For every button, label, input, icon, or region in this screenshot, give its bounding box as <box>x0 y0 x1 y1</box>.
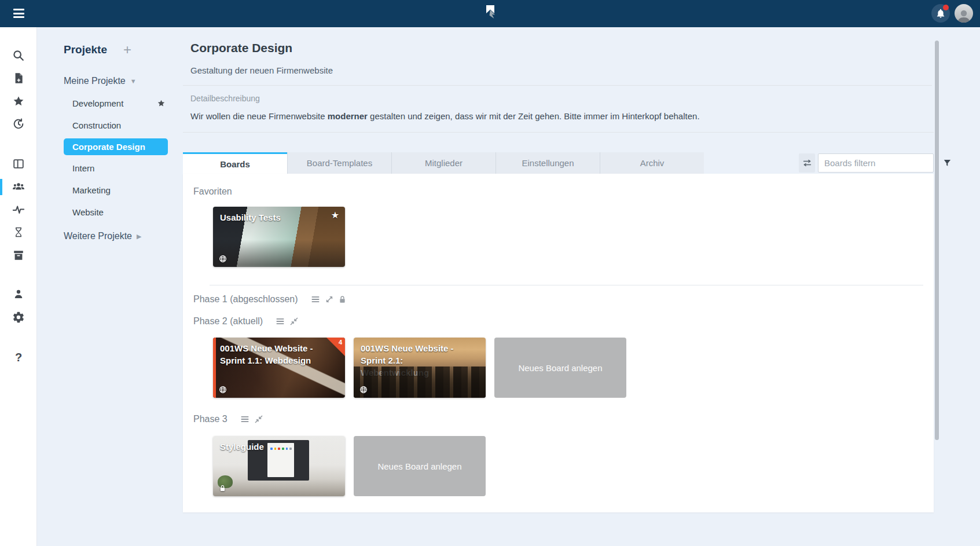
menu-icon[interactable] <box>275 316 285 327</box>
star-icon[interactable] <box>157 99 166 108</box>
board-card-sprint-1-1[interactable]: 001WS Neue Website - Sprint 1.1: Webdesi… <box>213 338 345 398</box>
detail-description-label: Detailbeschreibung <box>190 94 260 103</box>
section-phase-1-label: Phase 1 (abgeschlossen) <box>193 294 298 305</box>
tab-mitglieder[interactable]: Mitglieder <box>391 152 495 174</box>
archive-box-icon[interactable] <box>0 248 37 262</box>
topbar <box>0 0 980 27</box>
tab-boards[interactable]: Boards <box>183 152 287 174</box>
notification-dot <box>943 5 949 10</box>
new-board-button[interactable]: Neues Board anlegen <box>494 338 626 398</box>
favorite-star-icon[interactable]: ★ <box>331 210 339 221</box>
lock-icon <box>219 484 226 492</box>
vertical-scrollbar[interactable] <box>935 41 939 440</box>
active-indicator <box>0 179 2 195</box>
globe-icon <box>219 386 227 394</box>
collapse-icon[interactable] <box>254 415 263 424</box>
sidebar-item-development[interactable]: Development <box>72 98 174 108</box>
board-card-usability-tests[interactable]: Usability Tests ★ <box>213 207 345 267</box>
board-card-styleguide[interactable]: Styleguide <box>213 436 345 496</box>
filter-settings-button[interactable] <box>799 153 815 173</box>
tab-bar: Boards Board-Templates Mitglieder Einste… <box>183 152 704 174</box>
expand-icon[interactable] <box>325 295 334 304</box>
notifications-bell-icon[interactable] <box>931 4 950 23</box>
lock-icon <box>338 295 347 304</box>
boards-icon[interactable] <box>0 157 37 171</box>
user-avatar[interactable] <box>955 4 973 23</box>
notification-badge <box>326 338 345 356</box>
new-board-button[interactable]: Neues Board anlegen <box>354 436 486 496</box>
app-logo-icon <box>484 5 497 23</box>
tab-archiv[interactable]: Archiv <box>600 152 704 174</box>
section-phase-2-label: Phase 2 (aktuell) <box>193 316 263 327</box>
filter-funnel-icon[interactable] <box>943 159 952 167</box>
sidebar-item-marketing[interactable]: Marketing <box>72 185 174 195</box>
tab-einstellungen[interactable]: Einstellungen <box>495 152 600 174</box>
boards-panel: Favoriten Usability Tests ★ Phase 1 (abg… <box>183 174 934 512</box>
divider <box>183 85 932 86</box>
group-more-projects[interactable]: Weitere Projekte ▶ <box>64 231 183 241</box>
section-phase-3-label: Phase 3 <box>193 414 227 424</box>
divider <box>183 132 934 133</box>
team-group-icon[interactable] <box>0 180 37 194</box>
main-content: Corporate Design Gestaltung der neuen Fi… <box>183 27 934 546</box>
page-title: Corporate Design <box>190 41 292 55</box>
group-my-projects[interactable]: Meine Projekte ▼ <box>64 76 183 86</box>
boards-filter-input[interactable] <box>818 158 943 168</box>
menu-icon[interactable] <box>13 9 24 18</box>
activity-icon[interactable] <box>0 203 37 217</box>
new-document-icon[interactable] <box>0 71 37 85</box>
board-card-sprint-2-1[interactable]: 001WS Neue Website - Sprint 2.1: Webentw… <box>354 338 486 398</box>
boards-filter-field <box>818 153 934 173</box>
section-favoriten-label: Favoriten <box>193 186 232 197</box>
profile-person-icon[interactable] <box>0 287 37 301</box>
globe-icon <box>219 255 227 263</box>
group-label: Meine Projekte <box>64 76 126 86</box>
projects-title: Projekte <box>64 43 107 56</box>
menu-icon[interactable] <box>240 414 250 424</box>
menu-icon[interactable] <box>310 294 321 305</box>
icon-rail: ? <box>0 27 37 546</box>
page-subtitle: Gestaltung der neuen Firmenwebsite <box>190 65 333 75</box>
history-icon[interactable] <box>0 117 37 131</box>
section-phase-2: Phase 2 (aktuell) <box>193 316 299 327</box>
add-project-icon[interactable]: + <box>123 44 131 56</box>
sidebar-item-website[interactable]: Website <box>72 207 174 217</box>
sidebar-item-corporate-design[interactable]: Corporate Design <box>64 138 168 155</box>
globe-icon <box>359 386 368 394</box>
search-icon[interactable] <box>0 49 37 63</box>
projects-sidebar: Projekte + Meine Projekte ▼ Development … <box>37 27 183 546</box>
divider <box>210 285 923 285</box>
section-phase-3: Phase 3 <box>193 414 263 424</box>
settings-gear-icon[interactable] <box>0 310 37 324</box>
tab-board-templates[interactable]: Board-Templates <box>287 152 391 174</box>
sidebar-item-intern[interactable]: Intern <box>72 163 174 173</box>
sidebar-item-construction[interactable]: Construction <box>72 120 174 130</box>
time-tracking-hourglass-icon[interactable] <box>0 225 37 239</box>
collapse-icon[interactable] <box>289 317 299 326</box>
section-phase-1: Phase 1 (abgeschlossen) <box>193 294 347 305</box>
detail-description-text: Wir wollen die neue Firmenwebsite modern… <box>190 111 700 121</box>
help-icon[interactable]: ? <box>0 350 37 364</box>
favorites-star-icon[interactable] <box>0 94 37 108</box>
chevron-right-icon: ▶ <box>137 233 141 240</box>
chevron-down-icon: ▼ <box>130 78 137 85</box>
